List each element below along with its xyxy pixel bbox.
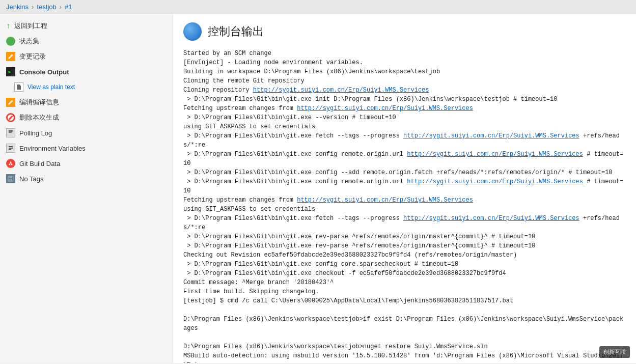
link-fetch-3[interactable]: http://sygit.suiyi.com.cn/Erp/Suiyi.WMS.… [297,197,473,204]
sidebar-item-delete-build[interactable]: 删除本次生成 [0,110,173,125]
link-config-1[interactable]: http://sygit.suiyi.com.cn/Erp/Suiyi.WMS.… [407,151,583,158]
no-entry-icon [6,113,15,122]
svg-rect-0 [9,130,13,131]
sidebar-item-edit-build[interactable]: 编辑编译信息 [0,95,173,110]
doc-icon [6,128,15,137]
svg-rect-9 [9,176,12,178]
breadcrumb-testjob[interactable]: testjob [37,3,56,11]
link-config-2[interactable]: http://sygit.suiyi.com.cn/Erp/Suiyi.WMS.… [407,178,583,185]
sidebar-label-console: Console Output [19,68,69,76]
svg-line-6 [10,163,11,164]
arrow-up-icon: ↑ [6,21,10,31]
sidebar-label-changelog: 变更记录 [19,52,46,61]
sidebar-item-git-build[interactable]: Git Build Data [0,156,173,171]
sidebar-item-back-to-project[interactable]: ↑ 返回到工程 [0,18,173,34]
breadcrumb-jenkins[interactable]: Jenkins [6,3,29,11]
link-clone-repo[interactable]: http://sygit.suiyi.com.cn/Erp/Suiyi.WMS.… [253,87,429,94]
link-fetch-1[interactable]: http://sygit.suiyi.com.cn/Erp/Suiyi.WMS.… [297,105,473,112]
console-icon: >_ [6,67,15,76]
breadcrumb-sep-2: › [60,3,62,11]
sidebar-label-env: Environment Variables [19,145,86,152]
sidebar-item-console-output[interactable]: >_ Console Output [0,64,173,79]
sidebar-item-env-variables[interactable]: Environment Variables [0,141,173,156]
git-icon [6,159,15,168]
sidebar-label-polling: Polling Log [19,129,52,137]
sidebar-item-polling-log[interactable]: Polling Log [0,125,173,141]
sidebar-label-git: Git Build Data [19,160,60,167]
page-header: 控制台输出 [183,22,626,41]
pencil2-icon [6,98,15,107]
svg-point-11 [10,180,11,181]
status-icon [6,37,15,46]
svg-point-4 [9,164,11,165]
sidebar-item-no-tags[interactable]: No Tags [0,171,173,186]
disk-icon [6,174,15,183]
page-header-icon [183,22,202,41]
svg-rect-2 [9,132,12,133]
svg-rect-1 [9,131,13,132]
page-title: 控制台输出 [208,24,264,39]
svg-line-7 [11,163,12,164]
pencil-icon [6,52,15,61]
sidebar-label-status: 状态集 [19,37,39,46]
svg-point-3 [10,162,12,163]
sidebar-item-view-plain-text[interactable]: View as plain text [0,79,173,95]
sidebar-label-back: 返回到工程 [14,21,47,31]
console-log: Started by an SCM change [EnvInject] - L… [183,49,626,363]
env-icon [6,144,15,153]
sidebar: ↑ 返回到工程 状态集 变更记录 >_ Console Output View … [0,14,173,363]
file-icon [14,82,23,92]
sidebar-label-plain-text: View as plain text [27,83,75,91]
svg-point-5 [11,164,13,165]
link-fetch-2[interactable]: http://sygit.suiyi.com.cn/Erp/Suiyi.WMS.… [403,132,579,139]
sidebar-item-change-log[interactable]: 变更记录 [0,49,173,64]
sidebar-item-status-set[interactable]: 状态集 [0,34,173,49]
sidebar-label-edit: 编辑编译信息 [19,98,59,107]
main-content: 控制台输出 Started by an SCM change [EnvInjec… [173,14,636,363]
sidebar-label-notags: No Tags [19,175,43,183]
breadcrumb-sep-1: › [32,3,34,11]
breadcrumb-build[interactable]: #1 [65,3,72,11]
sidebar-label-delete: 删除本次生成 [19,113,59,122]
link-fetch-4[interactable]: http://sygit.suiyi.com.cn/Erp/Suiyi.WMS.… [403,215,579,222]
breadcrumb: Jenkins › testjob › #1 [0,0,636,14]
